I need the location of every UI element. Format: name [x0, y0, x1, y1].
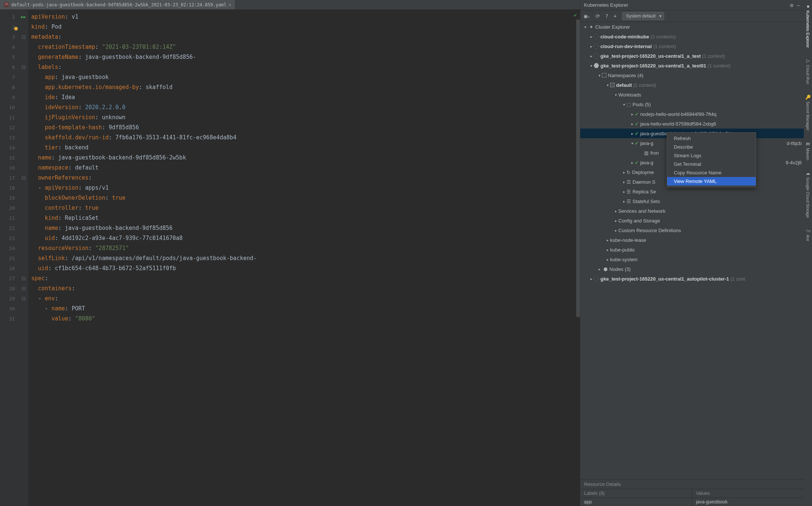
namespace-default[interactable]: ▾ default (1 context) — [580, 80, 804, 90]
ctx-stream-logs[interactable]: Stream Logs — [667, 151, 756, 160]
editor-scrollbar[interactable] — [576, 19, 580, 317]
cluster-item[interactable]: ▸ gke_test-project-165220_us-central1_a_… — [580, 51, 804, 61]
add-icon[interactable]: + — [613, 13, 616, 19]
values-header: Values — [692, 489, 804, 497]
editor-tabbar: YM default-pods-java-guestbook-backend-9… — [0, 0, 580, 10]
add-cluster-icon[interactable]: ▣₊ — [584, 13, 590, 19]
panel-title: Kubernetes Explorer — [584, 2, 628, 8]
pod-item[interactable]: ▸✔ nodejs-hello-world-b46944f99-7ft4q — [580, 109, 804, 119]
line-number-gutter: 1234567891011121314151617181920212223242… — [0, 10, 19, 506]
resource-details-title: Resource Details — [580, 480, 804, 489]
sidetab-cloud-storage[interactable]: ☁Google Cloud Storage — [806, 171, 810, 218]
help-icon[interactable]: ? — [605, 13, 608, 19]
sidetab-secret-manager[interactable]: 🔑Secret Manager — [805, 95, 811, 130]
cluster-tree[interactable]: ▾✦ Cluster Explorer ▸ cloud-code-minikub… — [580, 22, 804, 479]
crd-node[interactable]: ▸ Custom Resource Definitions — [580, 225, 804, 235]
refresh-icon[interactable]: ⟳ — [596, 13, 600, 19]
ctx-copy-resource-name[interactable]: Copy Resource Name — [667, 168, 756, 177]
context-selector[interactable]: System default — [622, 12, 664, 20]
sidetab-kubernetes-explorer[interactable]: ⎈Kubernetes Explorer — [806, 4, 810, 48]
label-value: java-guestbook — [692, 498, 804, 506]
cluster-explorer-root[interactable]: ▾✦ Cluster Explorer — [580, 22, 804, 32]
labels-header: Labels (8) — [580, 489, 692, 497]
sidetab-cloud-run[interactable]: ▷Cloud Run — [806, 58, 810, 84]
yaml-file-icon: YM — [4, 2, 9, 7]
sidetab-maven[interactable]: mMaven — [806, 141, 810, 160]
cluster-item[interactable]: ▸ gke_test-project-165220_us-central1_au… — [580, 274, 804, 284]
nodes-node[interactable]: ▸⬢ Nodes (3) — [580, 264, 804, 274]
replicasets-node[interactable]: ▸☰ Replica Se — [580, 187, 804, 196]
namespace-item[interactable]: ▸ kube-public — [580, 245, 804, 254]
namespaces-node[interactable]: ▾ Namespaces (4) — [580, 70, 804, 80]
code-editor[interactable]: apiVersion: v1kind: Podmetadata: creatio… — [28, 10, 580, 506]
pod-item[interactable]: ▸✔ java-hello-world-57598df584-2xbg6 — [580, 119, 804, 129]
label-key: app — [580, 498, 692, 506]
breakpoint-indicator[interactable] — [14, 27, 18, 31]
workloads-node[interactable]: ▾ Workloads — [580, 90, 804, 99]
sidetab-ant[interactable]: 🐜Ant — [805, 228, 811, 241]
namespace-item[interactable]: ▸ kube-node-lease — [580, 235, 804, 245]
config-storage-node[interactable]: ▸ Config and Storage — [580, 216, 804, 225]
ctx-describe[interactable]: Describe — [667, 143, 756, 151]
right-tool-tabs: ⎈Kubernetes Explorer ▷Cloud Run 🔑Secret … — [804, 0, 812, 506]
editor-tab[interactable]: YM default-pods-java-guestbook-backend-9… — [0, 0, 235, 9]
services-node[interactable]: ▸ Services and Network — [580, 206, 804, 216]
ctx-view-remote-yaml[interactable]: View Remote YAML — [667, 177, 756, 186]
cluster-item-active[interactable]: ▾ gke_test-project-165220_us-central1_a_… — [580, 61, 804, 70]
fold-column: ▶▶ — [19, 10, 28, 506]
context-menu: Refresh Describe Stream Logs Get Termina… — [667, 132, 756, 187]
inspection-ok-icon[interactable]: ✔ — [574, 12, 577, 18]
pods-node[interactable]: ▾⬚ Pods (5) — [580, 99, 804, 109]
ctx-refresh[interactable]: Refresh — [667, 134, 756, 143]
editor-tab-filename: default-pods-java-guestbook-backend-9df8… — [11, 2, 226, 7]
cluster-item[interactable]: ▸ cloud-code-minikube (3 contexts) — [580, 32, 804, 41]
namespace-item[interactable]: ▸ kube-system — [580, 254, 804, 264]
cluster-item[interactable]: ▸ cloud-run-dev-internal (1 context) — [580, 41, 804, 51]
minimize-icon[interactable]: — — [797, 2, 800, 8]
ctx-get-terminal[interactable]: Get Terminal — [667, 160, 756, 168]
statefulsets-node[interactable]: ▸☰ Stateful Sets — [580, 196, 804, 206]
settings-icon[interactable]: ⚙ — [790, 2, 793, 8]
close-tab-icon[interactable]: × — [229, 2, 231, 7]
